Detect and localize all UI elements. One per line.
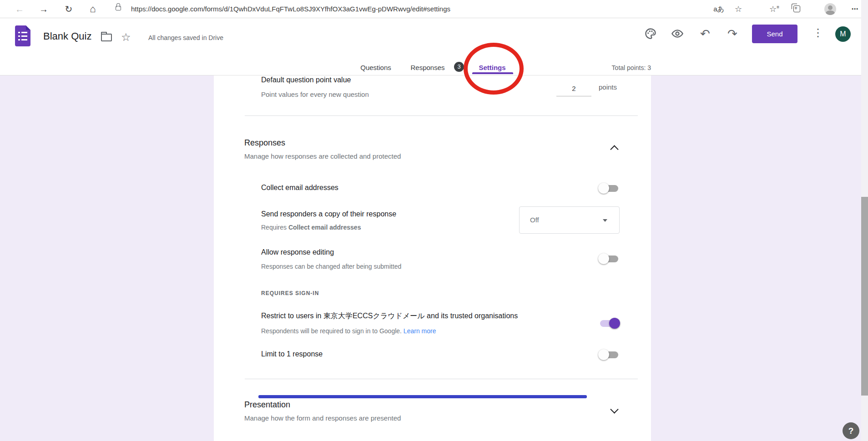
redo-icon[interactable]: ↷ bbox=[726, 27, 739, 40]
default-points-input[interactable] bbox=[556, 81, 591, 96]
toggle-knob bbox=[598, 253, 609, 264]
forms-logo-icon[interactable] bbox=[15, 25, 30, 46]
responses-section-sub: Manage how responses are collected and p… bbox=[244, 152, 401, 160]
presentation-section-sub: Manage how the form and responses are pr… bbox=[244, 414, 401, 422]
divider bbox=[245, 379, 638, 379]
allow-edit-toggle[interactable] bbox=[598, 253, 620, 265]
send-copy-dropdown[interactable]: Off bbox=[519, 206, 620, 234]
restrict-sub-text: Respondents will be required to sign in … bbox=[261, 327, 402, 335]
send-copy-sub: Requires Collect email addresses bbox=[261, 224, 361, 231]
collections-icon[interactable] bbox=[793, 5, 800, 12]
collect-email-label: Collect email addresses bbox=[261, 184, 338, 192]
tab-questions[interactable]: Questions bbox=[360, 60, 391, 75]
home-icon[interactable]: ⌂ bbox=[85, 0, 101, 18]
logo-line bbox=[21, 39, 27, 40]
save-status: All changes saved in Drive bbox=[148, 34, 223, 41]
document-title[interactable]: Blank Quiz bbox=[43, 30, 91, 42]
favorites-bar-icon[interactable]: ☆ ≡ bbox=[765, 0, 781, 18]
settings-card: Default question point value Point value… bbox=[214, 75, 651, 441]
logo-line bbox=[18, 39, 20, 40]
send-copy-label: Send responders a copy of their response bbox=[261, 210, 396, 218]
scrollbar-track bbox=[861, 0, 868, 441]
undo-icon[interactable]: ↶ bbox=[699, 27, 712, 40]
lock-icon bbox=[116, 6, 121, 10]
tab-responses[interactable]: Responses bbox=[410, 60, 444, 75]
send-copy-sub-prefix: Requires bbox=[261, 224, 288, 231]
profile-head bbox=[828, 5, 833, 10]
profile-body bbox=[826, 10, 835, 15]
help-button[interactable]: ? bbox=[843, 422, 859, 439]
limit-response-toggle[interactable] bbox=[598, 349, 620, 361]
dropdown-value: Off bbox=[530, 207, 539, 233]
preview-eye-icon[interactable] bbox=[671, 27, 684, 40]
restrict-users-sub: Respondents will be required to sign in … bbox=[261, 327, 436, 335]
default-points-sub: Point values for every new question bbox=[261, 90, 369, 98]
theme-palette-icon[interactable] bbox=[644, 27, 657, 40]
more-options-icon[interactable]: ⋮ bbox=[812, 26, 823, 39]
presentation-section-title[interactable]: Presentation bbox=[244, 400, 290, 410]
allow-edit-label: Allow response editing bbox=[261, 248, 334, 256]
expand-chevron-down-icon[interactable] bbox=[610, 405, 618, 413]
total-points: Total points: 3 bbox=[569, 60, 651, 75]
restrict-users-label: Restrict to users in 東京大学ECCSクラウドメール and… bbox=[261, 311, 518, 321]
star-icon[interactable]: ☆ bbox=[121, 31, 131, 44]
send-copy-sub-bold: Collect email addresses bbox=[288, 224, 361, 231]
send-button[interactable]: Send bbox=[752, 25, 797, 43]
favorites-lines: ≡ bbox=[777, 6, 779, 8]
limit-response-label: Limit to 1 response bbox=[261, 350, 323, 358]
forward-icon[interactable]: → bbox=[36, 0, 51, 18]
allow-edit-sub: Responses can be changed after being sub… bbox=[261, 263, 401, 270]
move-folder-icon[interactable] bbox=[101, 34, 112, 41]
logo-line bbox=[18, 32, 20, 33]
active-tab-indicator bbox=[472, 72, 513, 74]
dropdown-caret-icon bbox=[603, 219, 607, 222]
forms-header: Blank Quiz ☆ All changes saved in Drive … bbox=[0, 18, 868, 75]
favorites-star: ☆ bbox=[769, 5, 777, 14]
toggle-knob bbox=[598, 183, 609, 194]
restrict-users-toggle[interactable] bbox=[598, 317, 620, 329]
default-points-label: Default question point value bbox=[261, 76, 351, 84]
collect-email-toggle[interactable] bbox=[598, 182, 620, 194]
add-favorite-icon[interactable]: ☆ bbox=[731, 0, 746, 18]
scrollbar-thumb[interactable] bbox=[861, 197, 868, 396]
responses-count-badge: 3 bbox=[454, 62, 464, 72]
divider bbox=[245, 115, 638, 116]
translate-icon[interactable]: aあ bbox=[710, 0, 728, 18]
logo-line bbox=[21, 35, 27, 37]
back-icon[interactable]: ← bbox=[12, 0, 27, 18]
logo-line bbox=[18, 35, 20, 37]
logo-fold bbox=[26, 25, 30, 30]
collapse-chevron-up-icon[interactable] bbox=[610, 145, 618, 153]
settings-page-background: Default question point value Point value… bbox=[0, 75, 861, 441]
responses-section-title[interactable]: Responses bbox=[244, 138, 285, 148]
browser-profile-icon[interactable] bbox=[824, 3, 836, 15]
requires-signin-header: REQUIRES SIGN-IN bbox=[261, 290, 319, 296]
learn-more-link[interactable]: Learn more bbox=[404, 327, 436, 335]
toggle-knob bbox=[598, 349, 609, 360]
refresh-icon[interactable]: ↻ bbox=[61, 0, 76, 18]
browser-bar: ← → ↻ ⌂ https://docs.google.com/forms/d/… bbox=[0, 0, 868, 18]
account-avatar[interactable]: M bbox=[835, 26, 851, 42]
points-unit-label: points bbox=[599, 83, 617, 91]
address-bar[interactable]: https://docs.google.com/forms/d/1QwhDxVd… bbox=[131, 0, 450, 18]
toggle-knob bbox=[609, 318, 620, 329]
logo-line bbox=[21, 32, 27, 33]
